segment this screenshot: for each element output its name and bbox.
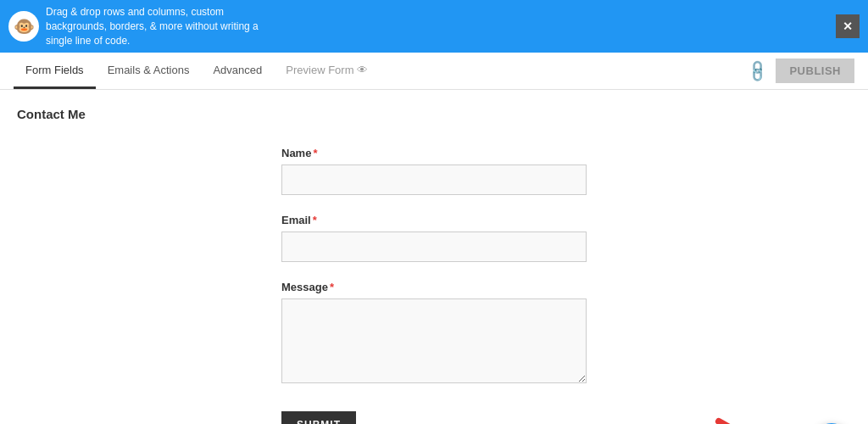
- submit-button[interactable]: SUBMIT: [281, 411, 356, 424]
- red-arrow-icon: [710, 413, 812, 424]
- nav-bar: Form Fields Emails & Actions Advanced Pr…: [0, 53, 868, 90]
- nav-tabs: Form Fields Emails & Actions Advanced Pr…: [14, 53, 748, 89]
- message-field: Message *: [281, 281, 587, 386]
- form-inner: Name * Email * Message *: [281, 147, 587, 424]
- arrow-container: [710, 413, 812, 424]
- top-banner: 🐵 Drag & drop rows and columns, custom b…: [0, 0, 868, 53]
- message-required: *: [330, 281, 334, 293]
- message-input[interactable]: [281, 298, 587, 383]
- eye-icon: 👁: [357, 64, 368, 76]
- tab-preview-form[interactable]: Preview Form 👁: [274, 53, 380, 89]
- banner-close-button[interactable]: ✕: [836, 14, 860, 38]
- email-label: Email *: [281, 214, 587, 226]
- publish-button[interactable]: PUBLISH: [776, 59, 854, 83]
- email-field: Email *: [281, 214, 587, 262]
- name-field: Name *: [281, 147, 587, 195]
- message-label: Message *: [281, 281, 587, 293]
- name-required: *: [313, 147, 317, 159]
- tab-form-fields[interactable]: Form Fields: [14, 53, 96, 89]
- name-label: Name *: [281, 147, 587, 159]
- tab-emails-actions[interactable]: Emails & Actions: [96, 53, 202, 89]
- name-input[interactable]: [281, 165, 587, 195]
- link-icon[interactable]: 🔗: [745, 58, 771, 84]
- logo: 🐵: [8, 11, 39, 42]
- tab-advanced[interactable]: Advanced: [201, 53, 274, 89]
- banner-left: 🐵 Drag & drop rows and columns, custom b…: [8, 5, 266, 47]
- form-area: Name * Email * Message *: [17, 138, 851, 424]
- bottom-right-area: +: [710, 413, 851, 424]
- banner-text: Drag & drop rows and columns, custom bac…: [46, 5, 266, 47]
- page-title: Contact Me: [17, 107, 851, 121]
- email-input[interactable]: [281, 232, 587, 262]
- main-content: Contact Me Name * Email *: [0, 90, 868, 424]
- email-required: *: [313, 214, 317, 226]
- nav-actions: 🔗 PUBLISH: [748, 59, 854, 83]
